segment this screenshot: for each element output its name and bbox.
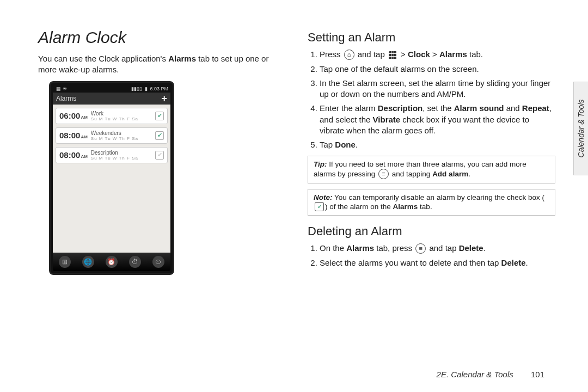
alarm-label: Work bbox=[91, 111, 152, 117]
intro-text: You can use the Clock application's Alar… bbox=[38, 53, 286, 76]
alarm-time: 06:00 bbox=[59, 111, 80, 120]
side-tab-label: Calendar & Tools bbox=[577, 100, 585, 158]
t: Vibrate bbox=[373, 115, 401, 124]
t: and tap bbox=[427, 243, 458, 253]
tip-lead: Tip: bbox=[314, 160, 327, 168]
t: > bbox=[399, 50, 408, 59]
alarm-row: 08:00AM Weekenders Su M Tu W Th F Sa ✔ bbox=[56, 127, 168, 144]
alarm-days: Su M Tu W Th F Sa bbox=[91, 136, 152, 141]
page-number: 101 bbox=[531, 370, 544, 379]
menu-button-icon: ≡ bbox=[378, 169, 389, 179]
alarm-checkbox: ✔ bbox=[155, 131, 164, 140]
alarm-checkbox: ✔ bbox=[155, 112, 164, 120]
t: Tap bbox=[320, 140, 335, 149]
step-4: Enter the alarm Description, set the Ala… bbox=[320, 103, 555, 136]
t: tab. bbox=[418, 203, 432, 211]
t: You can temporarily disable an alarm by … bbox=[334, 193, 544, 201]
t: Clock bbox=[408, 50, 430, 59]
add-alarm-icon: + bbox=[161, 95, 167, 102]
t: . bbox=[356, 140, 358, 149]
phone-mockup: ▦ ☀ ▮▮▯▯ ▮ 6:03 PM Alarms + 06:00AM Work… bbox=[49, 81, 174, 275]
t: Select the alarms you want to delete and… bbox=[320, 258, 501, 267]
alarm-checkbox: ✔ bbox=[155, 151, 164, 160]
t: Press bbox=[320, 50, 343, 59]
alarm-ampm: AM bbox=[81, 154, 87, 159]
battery-icon: ▮ bbox=[145, 86, 148, 91]
t: Alarms bbox=[346, 243, 374, 253]
alarm-time: 08:00 bbox=[59, 131, 80, 140]
intro-bold: Alarms bbox=[168, 54, 196, 63]
t: On the bbox=[320, 243, 346, 253]
heading-deleting-alarm: Deleting an Alarm bbox=[308, 224, 555, 238]
t: . bbox=[483, 243, 486, 253]
t: Delete bbox=[459, 243, 483, 253]
t: Enter the alarm bbox=[320, 103, 378, 113]
t: Repeat bbox=[522, 103, 549, 113]
signal-icon: ▮▮▯▯ bbox=[131, 86, 142, 91]
alarm-row: 08:00AM Description Su M Tu W Th F Sa ✔ bbox=[56, 147, 168, 163]
setting-steps: Press ⌂ and tap > Clock > Alarms tab. Ta… bbox=[308, 49, 555, 150]
dstep-1: On the Alarms tab, press ≡ and tap Delet… bbox=[320, 243, 555, 254]
t: and tap bbox=[356, 50, 387, 59]
t: tab. bbox=[467, 50, 483, 59]
alarm-ampm: AM bbox=[81, 134, 87, 139]
step-5: Tap Done. bbox=[320, 139, 555, 150]
status-left-icon: ▦ ☀ bbox=[56, 86, 67, 91]
t: , set the bbox=[422, 103, 454, 113]
step-3: In the Set alarm screen, set the alarm t… bbox=[320, 78, 555, 100]
t: Alarms bbox=[439, 50, 467, 59]
page-title: Alarm Clock bbox=[38, 28, 286, 47]
checkbox-icon: ✔ bbox=[315, 202, 324, 211]
alarm-row: 06:00AM Work Su M Tu W Th F Sa ✔ bbox=[56, 108, 168, 124]
bottom-icon: 🌐 bbox=[82, 256, 94, 268]
t: Alarm sound bbox=[454, 103, 504, 113]
note-callout: Note: You can temporarily disable an ala… bbox=[308, 189, 555, 216]
alarm-label: Description bbox=[91, 150, 152, 156]
phone-statusbar: ▦ ☀ ▮▮▯▯ ▮ 6:03 PM bbox=[53, 85, 170, 93]
footer-section: 2E. Calendar & Tools bbox=[437, 370, 513, 379]
alarm-time: 08:00 bbox=[59, 150, 80, 160]
step-2: Tap one of the default alarms on the scr… bbox=[320, 64, 555, 75]
menu-button-icon: ≡ bbox=[415, 243, 426, 254]
t: Add alarm bbox=[432, 170, 468, 178]
bottom-icon: ⊞ bbox=[59, 256, 71, 268]
bottom-icon: ⏲ bbox=[152, 256, 164, 268]
t: and bbox=[504, 103, 522, 113]
heading-setting-alarm: Setting an Alarm bbox=[308, 30, 555, 45]
home-button-icon: ⌂ bbox=[344, 50, 354, 60]
t: . bbox=[526, 258, 528, 267]
intro-a: You can use the Clock application's bbox=[38, 54, 168, 63]
t: Alarms bbox=[393, 203, 418, 211]
t: Delete bbox=[501, 258, 526, 267]
page-footer: 2E. Calendar & Tools 101 bbox=[437, 370, 544, 379]
t: ) of the alarm on the bbox=[325, 203, 393, 211]
t: and tapping bbox=[390, 170, 432, 178]
dstep-2: Select the alarms you want to delete and… bbox=[320, 258, 555, 268]
alarm-ampm: AM bbox=[81, 115, 87, 120]
phone-tabbar: Alarms + bbox=[53, 93, 170, 105]
apps-grid-icon bbox=[389, 51, 397, 59]
step-1: Press ⌂ and tap > Clock > Alarms tab. bbox=[320, 49, 555, 60]
bottom-icon: ⏰ bbox=[106, 256, 118, 268]
t: > bbox=[430, 50, 439, 59]
t: . bbox=[468, 170, 470, 178]
alarm-days: Su M Tu W Th F Sa bbox=[91, 156, 152, 161]
phone-bottombar: ⊞ 🌐 ⏰ ⏱ ⏲ bbox=[53, 253, 170, 271]
alarm-days: Su M Tu W Th F Sa bbox=[91, 117, 152, 121]
bottom-icon: ⏱ bbox=[129, 256, 141, 268]
t: tab, press bbox=[374, 243, 414, 253]
t: Done bbox=[335, 140, 356, 149]
side-tab: Calendar & Tools bbox=[573, 82, 588, 175]
alarm-label: Weekenders bbox=[91, 130, 152, 136]
t: Description bbox=[378, 103, 423, 113]
status-time: 6:03 PM bbox=[150, 86, 168, 91]
note-lead: Note: bbox=[314, 193, 333, 201]
alarms-tab-label: Alarms bbox=[56, 95, 76, 102]
tip-callout: Tip: If you need to set more than three … bbox=[308, 156, 555, 183]
alarm-list: 06:00AM Work Su M Tu W Th F Sa ✔ 08:00AM… bbox=[53, 105, 170, 253]
deleting-steps: On the Alarms tab, press ≡ and tap Delet… bbox=[308, 243, 555, 268]
